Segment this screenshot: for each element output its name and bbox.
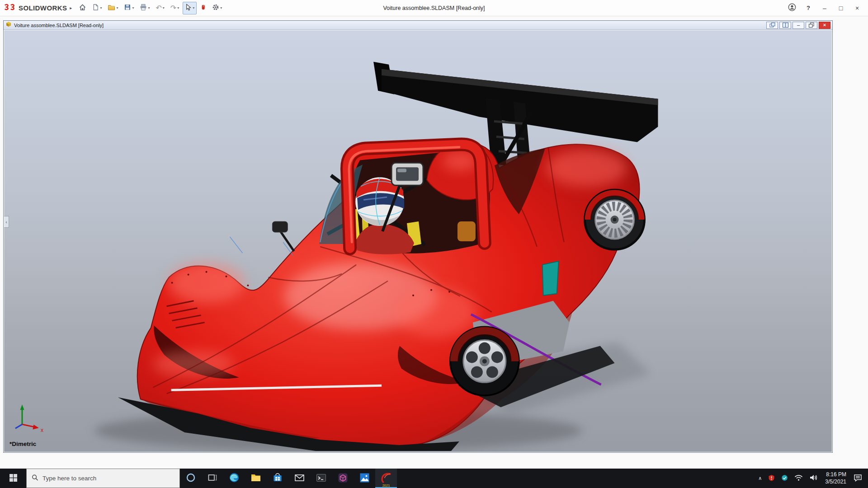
taskbar-search[interactable] xyxy=(26,469,180,488)
home-icon xyxy=(79,4,86,12)
security-tray-button[interactable] xyxy=(765,469,778,488)
3d-app-icon xyxy=(338,473,348,484)
network-tray-button[interactable] xyxy=(791,469,806,488)
dropdown-arrow-icon[interactable]: ▾ xyxy=(220,6,222,10)
app-window-title: Voiture assomblee.SLDASM [Read-only] xyxy=(383,5,485,11)
options-button[interactable]: ▾ xyxy=(210,2,224,14)
volume-tray-button[interactable] xyxy=(806,469,821,488)
account-button[interactable] xyxy=(785,2,799,14)
cortana-icon xyxy=(186,473,196,484)
brand-text: SOLIDWORKS xyxy=(19,4,67,12)
dropdown-arrow-icon[interactable]: ▾ xyxy=(100,6,102,10)
dropdown-arrow-icon[interactable]: ▾ xyxy=(132,6,134,10)
headrest-pad xyxy=(458,221,476,241)
windows-start-icon xyxy=(9,474,17,483)
mail-icon xyxy=(294,473,305,484)
orientation-triad[interactable]: x xyxy=(15,404,43,433)
task-view-button[interactable] xyxy=(202,469,223,488)
file-explorer-icon xyxy=(250,472,261,484)
tray-date: 3/5/2021 xyxy=(825,479,846,485)
mouse-gestures-button[interactable] xyxy=(198,2,208,14)
sync-tray-button[interactable] xyxy=(778,469,791,488)
edge-icon xyxy=(229,472,240,484)
solidworks-taskbar-button[interactable]: 2021 xyxy=(375,469,397,488)
dropdown-arrow-icon[interactable]: ▾ xyxy=(193,6,194,10)
race-car-model[interactable]: x xyxy=(4,30,832,452)
wifi-icon xyxy=(794,474,803,483)
select-tool-button[interactable]: ▾ xyxy=(183,2,197,14)
dropdown-arrow-icon[interactable]: ▾ xyxy=(148,6,150,10)
taskbar: 2021 ∧ 8:16 PM 3/5/2021 xyxy=(0,469,868,488)
mail-button[interactable] xyxy=(288,469,310,488)
undo-icon: ↶ xyxy=(156,5,161,12)
store-button[interactable] xyxy=(267,469,288,488)
doc-minimize-button[interactable]: – xyxy=(793,22,804,29)
action-center-icon xyxy=(854,474,862,483)
account-icon xyxy=(788,3,796,13)
new-document-button[interactable]: ▾ xyxy=(90,2,104,14)
open-button[interactable]: ▾ xyxy=(105,2,120,14)
photos-icon xyxy=(359,473,370,484)
feature-tree-collapse-tab[interactable]: ‹ xyxy=(4,216,9,228)
axis-x-label: x xyxy=(41,427,43,433)
open-folder-icon xyxy=(108,4,115,12)
clock[interactable]: 8:16 PM 3/5/2021 xyxy=(821,469,850,488)
rear-right-wheel[interactable] xyxy=(585,190,645,249)
print-button[interactable]: ▾ xyxy=(137,2,152,14)
dassault-systemes-logo-icon xyxy=(4,4,16,13)
cortana-button[interactable] xyxy=(180,469,202,488)
doc-tile-button[interactable] xyxy=(779,22,791,29)
terminal-button[interactable] xyxy=(310,469,332,488)
security-shield-icon xyxy=(768,474,775,483)
document-window-controls: – × xyxy=(766,22,830,29)
search-input[interactable] xyxy=(42,475,175,482)
tray-time: 8:16 PM xyxy=(826,471,846,478)
minimize-button[interactable]: – xyxy=(817,2,832,14)
window-controls: ? – □ × xyxy=(785,2,864,14)
start-button[interactable] xyxy=(0,469,26,488)
file-explorer-button[interactable] xyxy=(245,469,267,488)
graphics-area[interactable]: x *Dimetric ‹ xyxy=(4,30,832,452)
redo-icon: ↷ xyxy=(170,5,176,12)
action-center-button[interactable] xyxy=(850,469,865,488)
speaker-icon xyxy=(809,474,818,483)
close-button[interactable]: × xyxy=(850,2,864,14)
redo-button[interactable]: ↷ ▾ xyxy=(168,2,181,14)
undo-button[interactable]: ↶ ▾ xyxy=(153,2,166,14)
task-view-icon xyxy=(208,473,217,483)
select-cursor-icon xyxy=(185,4,192,12)
options-gear-icon xyxy=(212,4,219,12)
app-titlebar: SOLIDWORKS ▸ ▾ ▾ ▾ ▾ ↶ xyxy=(0,0,868,16)
search-icon xyxy=(32,474,38,483)
new-document-icon xyxy=(92,4,99,12)
doc-restore-button[interactable] xyxy=(806,22,817,29)
system-tray: ∧ 8:16 PM 3/5/2021 xyxy=(755,469,868,488)
solidworks-version-badge: 2021 xyxy=(375,483,397,488)
document-window: Voiture assomblee.SLDASM [Read-only] – × xyxy=(3,20,833,453)
save-floppy-icon xyxy=(124,4,131,12)
side-glass[interactable] xyxy=(542,261,559,296)
assembly-document-icon xyxy=(5,21,12,29)
doc-cascade-button[interactable] xyxy=(766,22,778,29)
3d-app-button[interactable] xyxy=(332,469,354,488)
document-titlebar[interactable]: Voiture assomblee.SLDASM [Read-only] – × xyxy=(4,21,832,30)
dropdown-arrow-icon[interactable]: ▾ xyxy=(177,6,179,10)
desktop: SOLIDWORKS ▸ ▾ ▾ ▾ ▾ ↶ xyxy=(0,0,868,488)
doc-close-button[interactable]: × xyxy=(819,22,830,29)
printer-icon xyxy=(140,4,147,12)
edge-button[interactable] xyxy=(223,469,245,488)
side-mirror[interactable] xyxy=(272,221,294,251)
dropdown-arrow-icon[interactable]: ▾ xyxy=(116,6,118,10)
left-rear-wheel[interactable] xyxy=(450,327,519,396)
dropdown-arrow-icon[interactable]: ▾ xyxy=(163,6,165,10)
photos-button[interactable] xyxy=(354,469,375,488)
solidworks-logo: SOLIDWORKS xyxy=(4,4,67,13)
terminal-icon xyxy=(316,473,326,484)
help-button[interactable]: ? xyxy=(801,2,816,14)
save-button[interactable]: ▾ xyxy=(122,2,136,14)
maximize-button[interactable]: □ xyxy=(834,2,848,14)
expand-menu-arrow[interactable]: ▸ xyxy=(70,5,72,10)
home-button[interactable] xyxy=(76,2,89,14)
document-title: Voiture assomblee.SLDASM [Read-only] xyxy=(14,23,104,28)
tray-overflow-button[interactable]: ∧ xyxy=(755,469,765,488)
